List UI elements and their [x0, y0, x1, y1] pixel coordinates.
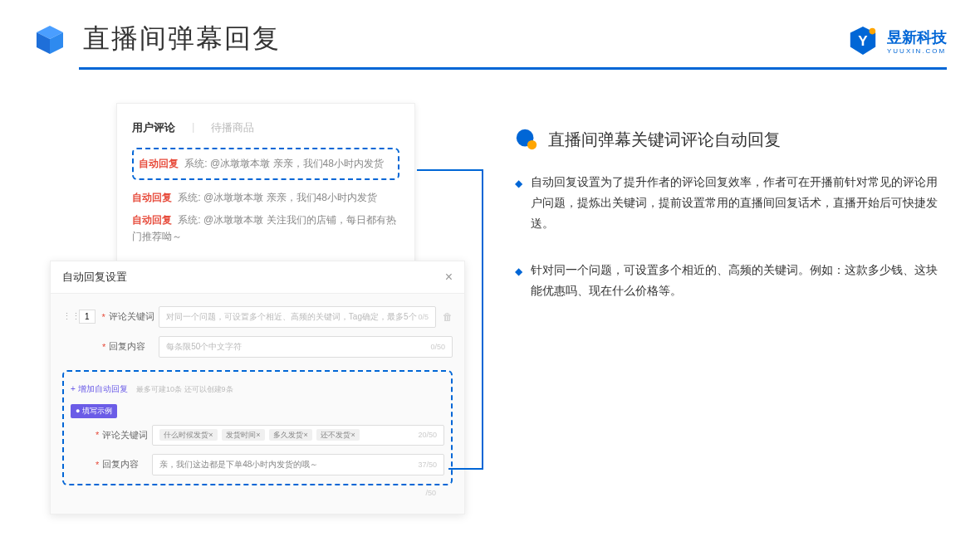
section-title: 直播间弹幕关键词评论自动回复	[548, 129, 781, 151]
drag-icon: ⋮⋮	[62, 311, 79, 322]
keyword-input[interactable]: 对同一个问题，可设置多个相近、高频的关键词，Tag确定，最多5个 0/5	[159, 306, 436, 328]
tag-chip: 多久发货×	[269, 429, 311, 441]
tag-chip: 还不发货×	[316, 429, 359, 441]
cube-icon	[33, 22, 66, 56]
comment-line-2: 自动回复 系统: @冰墩墩本墩 亲亲，我们48小时内发货	[132, 190, 399, 206]
svg-text:Y: Y	[858, 33, 868, 49]
brand-url: YUUXIN.COM	[887, 47, 947, 55]
page-title: 直播间弹幕回复	[83, 21, 281, 57]
tag-chip: 发货时间×	[222, 429, 264, 441]
example-highlight: + 增加自动回复 最多可建10条 还可以创建9条 ● 填写示例 * 评论关键词 …	[62, 370, 453, 485]
svg-point-6	[527, 140, 537, 149]
delete-icon[interactable]: 🗑	[443, 311, 453, 323]
example-content-input: 亲，我们这边都是下单48小时内发货的哦～ 37/50	[152, 454, 444, 475]
close-icon[interactable]: ×	[445, 270, 453, 285]
content-label: 回复内容	[109, 340, 159, 353]
svg-point-4	[870, 28, 876, 35]
required-dot: *	[102, 312, 105, 322]
brand-name: 昱新科技	[887, 27, 947, 47]
add-hint: 最多可建10条 还可以创建9条	[136, 385, 233, 393]
row-number: 1	[79, 310, 96, 324]
comment-line-3: 自动回复 系统: @冰墩墩本墩 关注我们的店铺，每日都有热门推荐呦～	[132, 212, 399, 244]
tab-divider: |	[192, 120, 194, 135]
highlighted-comment: 自动回复 系统: @冰墩墩本墩 亲亲，我们48小时内发货	[132, 148, 399, 180]
settings-title: 自动回复设置	[62, 270, 127, 285]
connector-line	[417, 169, 483, 171]
tab-user-comments[interactable]: 用户评论	[132, 120, 175, 135]
tag-chip: 什么时候发货×	[159, 429, 217, 441]
bullet-1: ◆ 自动回复设置为了提升作者的评论回复效率，作者可在开播前针对常见的评论用户问题…	[515, 172, 947, 235]
bottom-counter: /50	[62, 489, 453, 497]
bullet-2: ◆ 针对同一个问题，可设置多个相近的、高频的关键词。例如：这款多少钱、这块能优惠…	[515, 260, 947, 301]
brand-icon: Y	[847, 25, 879, 56]
example-badge: ● 填写示例	[71, 404, 117, 418]
comments-panel: 用户评论 | 待播商品 自动回复 系统: @冰墩墩本墩 亲亲，我们48小时内发货…	[116, 103, 415, 269]
chat-bubble-icon	[515, 128, 538, 151]
auto-reply-tag: 自动回复	[139, 158, 179, 169]
comment-text: 系统: @冰墩墩本墩 亲亲，我们48小时内发货	[184, 158, 384, 169]
tab-pending-goods[interactable]: 待播商品	[211, 120, 254, 135]
settings-panel: 自动回复设置 × ⋮⋮ 1 * 评论关键词 对同一个问题，可设置多个相近、高频的…	[50, 261, 465, 514]
keyword-label: 评论关键词	[109, 310, 159, 323]
add-auto-reply-link[interactable]: + 增加自动回复	[71, 383, 128, 395]
example-keyword-input: 什么时候发货× 发货时间× 多久发货× 还不发货× 20/50	[152, 425, 444, 446]
content-input[interactable]: 每条限50个中文字符 0/50	[159, 336, 453, 358]
diamond-icon: ◆	[515, 175, 522, 235]
diamond-icon: ◆	[515, 263, 522, 301]
brand-logo: Y 昱新科技 YUUXIN.COM	[847, 25, 947, 56]
